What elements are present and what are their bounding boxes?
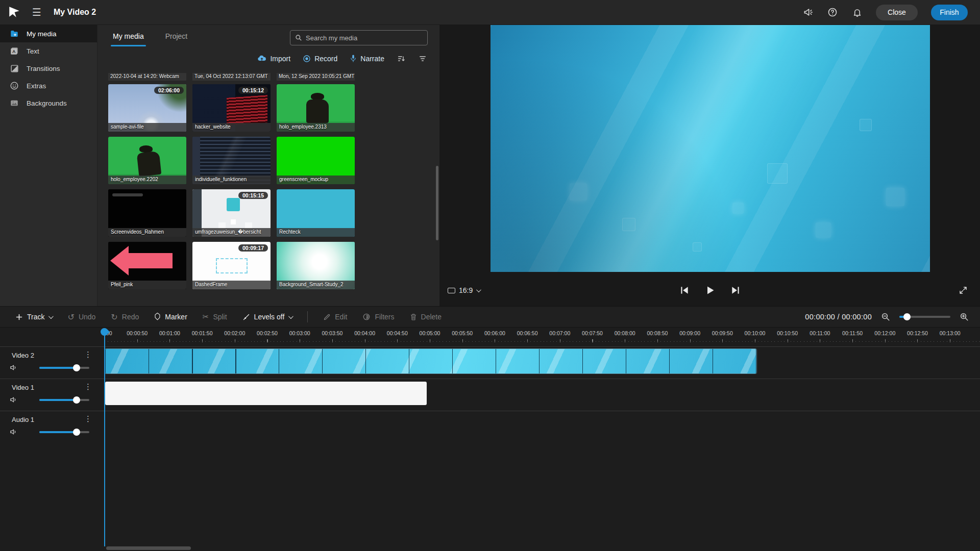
ruler-tick-label: 00:08:00 <box>615 330 635 336</box>
timeline: 0000:00:5000:01:0000:01:5000:02:0000:02:… <box>0 328 980 551</box>
video-clip[interactable] <box>105 382 427 405</box>
edit-button[interactable]: Edit <box>323 313 347 321</box>
levels-button[interactable]: Levels off <box>242 313 292 321</box>
aspect-ratio-button[interactable]: 16:9 <box>448 286 480 294</box>
timeline-horizontal-scrollbar[interactable] <box>106 546 191 550</box>
ruler-tick-label: 00:01:50 <box>192 330 213 336</box>
ruler-tick-label: 00:07:00 <box>549 330 570 336</box>
import-button[interactable]: Import <box>257 55 290 63</box>
video-preview[interactable] <box>491 25 930 272</box>
duration-badge: 00:15:15 <box>238 192 268 199</box>
media-tabs: My mediaProject <box>113 32 187 46</box>
folder-icon <box>9 29 19 39</box>
media-item-name: sample-avi-file <box>108 123 186 132</box>
track-name: Audio 1 <box>12 416 34 423</box>
track-options-icon[interactable]: ⋮ <box>84 350 91 359</box>
track-options-icon[interactable]: ⋮ <box>84 414 91 423</box>
filter-icon[interactable] <box>418 55 427 63</box>
close-button[interactable]: Close <box>876 5 918 20</box>
media-item-partial[interactable]: Tue, 04 Oct 2022 12:13:07 GMT <box>192 73 271 81</box>
track-button[interactable]: Track <box>15 313 52 321</box>
narrate-button[interactable]: Narrate <box>350 54 384 63</box>
sidebar-item-label: Backgrounds <box>27 99 67 107</box>
record-button[interactable]: Record <box>303 55 337 63</box>
media-item[interactable]: holo_employee.2202 <box>108 137 186 184</box>
media-item[interactable]: Screenvideos_Rahmen <box>108 189 186 237</box>
scissors-icon: ✂ <box>203 312 209 321</box>
media-scrollbar[interactable] <box>436 166 438 240</box>
project-title: My Video 2 <box>54 8 96 17</box>
clipchamp-logo-icon[interactable] <box>8 6 21 19</box>
media-item[interactable]: Background_Smart-Study_2 <box>277 242 355 289</box>
sidebar-item-extras[interactable]: Extras <box>0 77 97 94</box>
chevron-down-icon <box>476 287 481 292</box>
volume-icon[interactable] <box>9 364 18 371</box>
sidebar-item-backgrounds[interactable]: Backgrounds <box>0 94 97 112</box>
delete-button[interactable]: Delete <box>410 313 442 321</box>
sort-icon[interactable] <box>397 55 406 63</box>
fullscreen-icon[interactable] <box>959 286 968 295</box>
media-item-name: greenscreen_mockup <box>277 176 355 184</box>
zoom-out-icon[interactable] <box>881 312 890 321</box>
button-label: Marker <box>165 313 187 321</box>
video-clip[interactable] <box>105 349 756 373</box>
media-item[interactable]: 00:15:15umfragezuweisun_�bersicht <box>192 189 271 237</box>
sidebar-item-my-media[interactable]: My media <box>0 25 97 42</box>
media-item[interactable]: 00:15:12hacker_website <box>192 84 271 132</box>
track-volume-slider[interactable] <box>39 367 89 369</box>
marker-button[interactable]: Marker <box>154 313 187 321</box>
help-icon[interactable] <box>827 7 838 18</box>
zoom-in-icon[interactable] <box>960 312 969 321</box>
media-actions: ImportRecordNarrate <box>257 54 427 63</box>
media-item-name: 2022-10-04 at 14:20: Webcam <box>108 73 186 80</box>
split-button[interactable]: ✂Split <box>203 312 227 321</box>
media-item[interactable]: Rechteck <box>277 189 355 237</box>
media-item-name: holo_employee.2313 <box>277 123 355 132</box>
plus-icon <box>15 313 23 321</box>
media-item[interactable]: 00:09:17DashedFrame <box>192 242 271 289</box>
sidebar-item-text[interactable]: AText <box>0 42 97 60</box>
finish-button[interactable]: Finish <box>931 5 968 20</box>
media-item[interactable]: greenscreen_mockup <box>277 137 355 184</box>
search-box[interactable] <box>290 30 428 45</box>
sidebar-item-transitions[interactable]: Transitions <box>0 60 97 77</box>
media-item-partial[interactable]: Mon, 12 Sep 2022 10:05:21 GMT <box>277 73 355 81</box>
ruler-tick-label: 00:10:50 <box>777 330 798 336</box>
filters-button[interactable]: Filters <box>362 313 394 321</box>
marker-icon <box>154 313 161 321</box>
notifications-icon[interactable] <box>851 7 863 18</box>
button-label: Undo <box>79 313 95 321</box>
media-item-name: individuelle_funktionen <box>192 176 271 184</box>
volume-icon[interactable] <box>9 396 18 404</box>
duration-badge: 02:06:00 <box>154 87 184 94</box>
track-volume-slider[interactable] <box>39 431 89 433</box>
button-label: Edit <box>335 313 347 321</box>
track-volume-slider[interactable] <box>39 399 89 401</box>
media-item[interactable]: individuelle_funktionen <box>192 137 271 184</box>
announcements-icon[interactable] <box>802 7 814 18</box>
menu-icon[interactable]: ☰ <box>32 6 41 18</box>
search-input[interactable] <box>306 34 413 42</box>
tab-project[interactable]: Project <box>165 32 188 46</box>
skip-start-button[interactable] <box>679 285 690 295</box>
volume-icon[interactable] <box>9 428 18 436</box>
redo-button[interactable]: ↻Redo <box>111 312 139 322</box>
timeline-zoom-slider[interactable] <box>899 316 950 318</box>
volume-knob[interactable] <box>73 396 80 404</box>
tab-my-media[interactable]: My media <box>113 32 144 46</box>
media-item[interactable]: holo_employee.2313 <box>277 84 355 132</box>
video-vignette <box>491 25 930 272</box>
undo-button[interactable]: ↺Undo <box>67 312 95 322</box>
volume-knob[interactable] <box>73 364 80 371</box>
skip-end-button[interactable] <box>730 285 741 295</box>
media-item[interactable]: 02:06:00sample-avi-file <box>108 84 186 132</box>
sidebar-item-label: Text <box>27 47 39 55</box>
zoom-slider-knob[interactable] <box>903 313 911 320</box>
track-options-icon[interactable]: ⋮ <box>84 382 91 391</box>
play-button[interactable] <box>705 285 715 295</box>
media-item[interactable]: Pfeil_pink <box>108 242 186 289</box>
track-header: Video 1⋮ <box>0 379 105 411</box>
media-item-name: Tue, 04 Oct 2022 12:13:07 GMT <box>192 73 271 80</box>
media-item-partial[interactable]: 2022-10-04 at 14:20: Webcam <box>108 73 186 81</box>
volume-knob[interactable] <box>73 429 80 436</box>
